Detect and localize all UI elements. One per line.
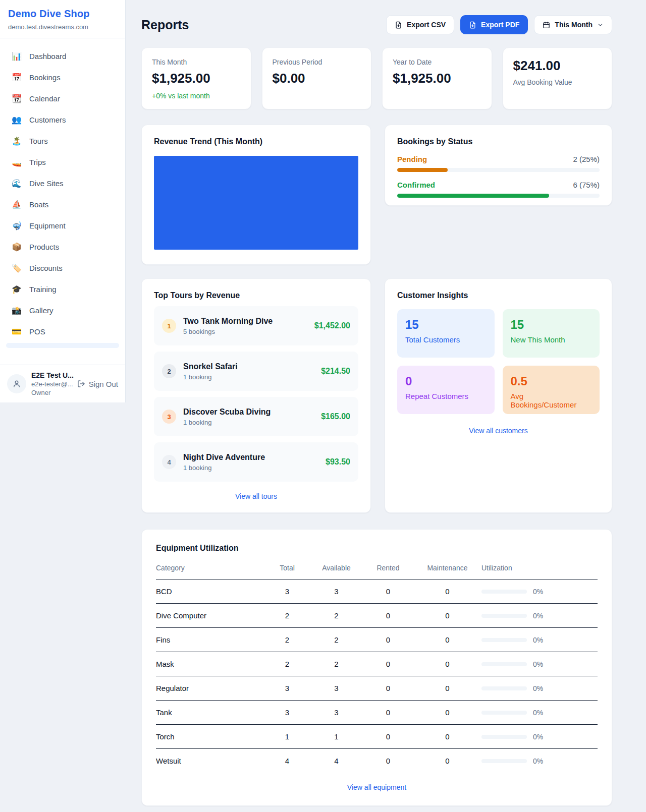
view-all-equipment-link[interactable]: View all equipment [156, 783, 598, 791]
cell-utilization: 0% [481, 701, 598, 725]
sidebar-item-reports-partial[interactable] [6, 343, 119, 348]
sidebar-user-footer: E2E Test U... e2e-tester@... Owner Sign … [0, 365, 125, 402]
utilization-pct: 0% [533, 660, 543, 668]
person-icon [12, 379, 21, 388]
stat-card-this-month: This Month $1,925.00 +0% vs last month [141, 47, 251, 109]
insight-total-customers: 15 Total Customers [397, 309, 495, 358]
cell-rented: 0 [363, 628, 413, 652]
cell-total: 2 [264, 628, 310, 652]
tour-list-item: 4 Night Dive Adventure 1 booking $93.50 [154, 442, 358, 482]
view-all-tours-link[interactable]: View all tours [154, 492, 358, 500]
utilization-pct: 0% [533, 612, 543, 620]
cell-rented: 0 [363, 725, 413, 749]
graduation-cap-icon: 🎓 [11, 284, 22, 294]
stat-label: Avg Booking Value [513, 78, 602, 86]
sidebar-item-trips[interactable]: 🚤 Trips [5, 152, 120, 172]
sidebar-item-pos[interactable]: 💳 POS [5, 322, 120, 341]
credit-card-icon: 💳 [11, 327, 22, 336]
column-header-rented: Rented [363, 564, 413, 579]
calendar-icon [543, 21, 550, 29]
cell-rented: 0 [363, 749, 413, 773]
sidebar-item-discounts[interactable]: 🏷️ Discounts [5, 258, 120, 278]
sidebar-item-training[interactable]: 🎓 Training [5, 279, 120, 299]
tour-list-item: 1 Two Tank Morning Dive 5 bookings $1,45… [154, 306, 358, 345]
table-row: BCD 3 3 0 0 0% [156, 579, 598, 604]
cell-available: 3 [310, 579, 363, 604]
cell-rented: 0 [363, 579, 413, 604]
tour-amount: $1,452.00 [314, 321, 350, 330]
tour-amount: $165.00 [321, 412, 350, 421]
insight-new-this-month: 15 New This Month [503, 309, 600, 358]
sidebar-item-calendar[interactable]: 📆 Calendar [5, 89, 120, 108]
sidebar-item-label: Dive Sites [29, 179, 64, 188]
export-pdf-button[interactable]: Export PDF [460, 15, 528, 34]
stats-row: This Month $1,925.00 +0% vs last month P… [141, 47, 612, 109]
table-row: Regulator 3 3 0 0 0% [156, 676, 598, 701]
tour-list-item: 2 Snorkel Safari 1 booking $214.50 [154, 352, 358, 391]
cell-total: 3 [264, 579, 310, 604]
stat-label: Year to Date [393, 58, 481, 66]
cell-category: Dive Computer [156, 604, 264, 628]
stat-value: $241.00 [513, 58, 602, 74]
cell-category: Wetsuit [156, 749, 264, 773]
tear-off-calendar-icon: 📆 [11, 94, 22, 103]
sidebar-item-customers[interactable]: 👥 Customers [5, 110, 120, 130]
sidebar-item-equipment[interactable]: 🤿 Equipment [5, 216, 120, 236]
view-all-customers-link[interactable]: View all customers [397, 427, 600, 435]
table-header-row: Category Total Available Rented Maintena… [156, 564, 598, 579]
sidebar-item-tours[interactable]: 🏝️ Tours [5, 131, 120, 151]
sidebar-item-gallery[interactable]: 📸 Gallery [5, 301, 120, 320]
cell-maintenance: 0 [413, 652, 481, 676]
cell-maintenance: 0 [413, 628, 481, 652]
period-dropdown[interactable]: This Month [534, 15, 612, 34]
table-row: Wetsuit 4 4 0 0 0% [156, 749, 598, 773]
table-row: Tank 3 3 0 0 0% [156, 701, 598, 725]
sidebar-item-dive-sites[interactable]: 🌊 Dive Sites [5, 173, 120, 193]
export-csv-button[interactable]: Export CSV [386, 15, 454, 34]
tour-name: Two Tank Morning Dive [183, 317, 273, 326]
column-header-available: Available [310, 564, 363, 579]
sidebar-item-label: Tours [29, 137, 48, 145]
sidebar-item-label: Customers [29, 115, 66, 124]
cell-maintenance: 0 [413, 725, 481, 749]
sidebar-item-label: Dashboard [29, 52, 66, 61]
logout-icon [77, 380, 85, 388]
cell-total: 3 [264, 701, 310, 725]
file-download-icon [395, 21, 402, 29]
cell-category: Tank [156, 701, 264, 725]
insight-label: Repeat Customers [405, 392, 487, 400]
utilization-bar [481, 735, 527, 739]
table-row: Dive Computer 2 2 0 0 0% [156, 604, 598, 628]
column-header-total: Total [264, 564, 310, 579]
sailboat-icon: ⛵ [11, 200, 22, 209]
speedboat-icon: 🚤 [11, 157, 22, 167]
status-count: 2 (25%) [573, 155, 600, 163]
utilization-bar [481, 662, 527, 666]
calendar-icon: 📅 [11, 73, 22, 82]
cell-maintenance: 0 [413, 676, 481, 701]
package-icon: 📦 [11, 242, 22, 252]
sidebar-item-dashboard[interactable]: 📊 Dashboard [5, 46, 120, 66]
island-icon: 🏝️ [11, 136, 22, 146]
customer-insights-card: Customer Insights 15 Total Customers 15 … [385, 278, 612, 513]
insight-value: 15 [405, 318, 487, 332]
stat-delta: +0% vs last month [152, 92, 241, 100]
sidebar-item-boats[interactable]: ⛵ Boats [5, 195, 120, 214]
cell-rented: 0 [363, 604, 413, 628]
revenue-trend-chart [154, 156, 358, 250]
cell-utilization: 0% [481, 652, 598, 676]
cell-category: Regulator [156, 676, 264, 701]
status-row-confirmed: Confirmed 6 (75%) [397, 181, 600, 198]
sidebar-item-products[interactable]: 📦 Products [5, 237, 120, 257]
cell-available: 3 [310, 701, 363, 725]
bookings-by-status-title: Bookings by Status [397, 137, 600, 146]
utilization-pct: 0% [533, 636, 543, 644]
page-header: Reports Export CSV Export PDF This Month [141, 15, 612, 34]
utilization-pct: 0% [533, 588, 543, 596]
equipment-table: Category Total Available Rented Maintena… [156, 564, 598, 773]
sidebar-item-bookings[interactable]: 📅 Bookings [5, 68, 120, 87]
brand-link[interactable]: Demo Dive Shop demo.test.divestreams.com [0, 0, 125, 38]
camera-icon: 📸 [11, 306, 22, 315]
sign-out-button[interactable]: Sign Out [77, 380, 118, 388]
insight-label: Total Customers [405, 335, 487, 344]
